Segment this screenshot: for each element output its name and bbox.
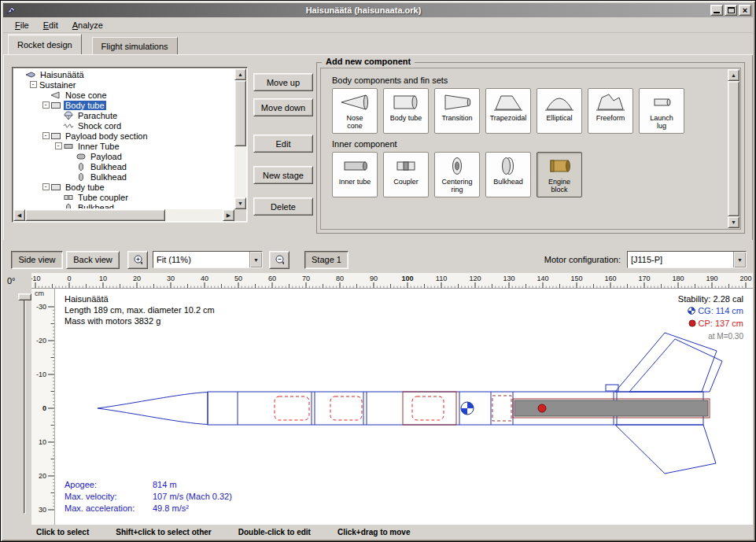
tree-item-shock-cord[interactable]: Shock cord bbox=[14, 120, 234, 131]
menu-item-file[interactable]: File bbox=[8, 19, 36, 31]
collapse-icon[interactable]: - bbox=[42, 132, 50, 139]
minimize-button[interactable] bbox=[710, 5, 723, 16]
component-button-label: Centering ring bbox=[440, 177, 474, 194]
collapse-icon[interactable]: - bbox=[30, 81, 37, 88]
rocket-name: Haisunäätä bbox=[65, 293, 215, 304]
add-coupler-button[interactable]: Coupler bbox=[383, 152, 429, 197]
tree-item-parachute[interactable]: Parachute bbox=[14, 110, 234, 120]
tree-item-label: Parachute bbox=[76, 111, 119, 120]
motor-configuration-combobox[interactable]: [J115-P] ▼ bbox=[627, 251, 747, 268]
tree-item-inner-tube[interactable]: -Inner Tube bbox=[14, 141, 234, 151]
tree-item-label: Body tube bbox=[64, 183, 106, 192]
bulkhead-icon bbox=[492, 155, 524, 177]
edit-button[interactable]: Edit bbox=[253, 135, 313, 153]
move-up-button[interactable]: Move up bbox=[253, 73, 313, 91]
chevron-down-icon[interactable]: ▼ bbox=[249, 252, 262, 267]
nose-cone-shape[interactable] bbox=[98, 393, 208, 425]
add-elliptical-button[interactable]: Elliptical bbox=[537, 88, 582, 134]
tree-item-label: Payload bbox=[89, 152, 124, 161]
menu-bar: FileEditAnalyze bbox=[3, 17, 753, 33]
add-bulkhead-button[interactable]: Bulkhead bbox=[485, 152, 531, 197]
cp-symbol[interactable] bbox=[538, 404, 546, 412]
add-component-scrollpane: Body components and fin setsNose coneBod… bbox=[320, 68, 741, 230]
svg-text:120: 120 bbox=[469, 275, 481, 282]
add-transition-button[interactable]: Transition bbox=[434, 88, 480, 134]
move-down-button[interactable]: Move down bbox=[253, 98, 313, 116]
rotation-slider-track[interactable] bbox=[24, 295, 26, 514]
add-inner-tube-button[interactable]: Inner tube bbox=[332, 152, 378, 197]
add-freeform-button[interactable]: Freeform bbox=[588, 88, 633, 134]
scroll-down-icon[interactable]: ▼ bbox=[728, 216, 739, 228]
window-icon[interactable] bbox=[6, 5, 17, 16]
menu-item-edit[interactable]: Edit bbox=[36, 19, 65, 31]
parachute-outline[interactable] bbox=[275, 396, 309, 420]
add-engine-block-button[interactable]: Engine block bbox=[537, 152, 582, 197]
add-centering-ring-button[interactable]: Centering ring bbox=[434, 152, 480, 197]
parachute-icon bbox=[63, 111, 75, 120]
scroll-left-icon[interactable]: ◀ bbox=[13, 209, 25, 221]
cg-symbol[interactable] bbox=[461, 402, 474, 415]
new-stage-button[interactable]: New stage bbox=[253, 166, 313, 184]
svg-text:190: 190 bbox=[706, 275, 717, 282]
payload-outline[interactable] bbox=[412, 396, 444, 420]
coupler-icon bbox=[390, 155, 422, 177]
zoom-level-combobox[interactable]: Fit (11%) ▼ bbox=[153, 251, 263, 268]
title-bar[interactable]: Haisunäätä (haisunaata.ork) × bbox=[3, 3, 753, 17]
close-button[interactable]: × bbox=[739, 5, 751, 16]
maximize-button[interactable] bbox=[725, 5, 737, 16]
collapse-icon[interactable]: - bbox=[42, 101, 50, 109]
tree-item-bulkhead[interactable]: Bulkhead bbox=[14, 202, 234, 208]
tree-vertical-scrollbar[interactable]: ▲ ▼ bbox=[234, 68, 246, 209]
horizontal-splitter[interactable] bbox=[3, 240, 753, 246]
add-panel-vertical-scrollbar[interactable]: ▲ ▼ bbox=[728, 69, 739, 228]
tree-item-bulkhead[interactable]: Bulkhead bbox=[14, 171, 234, 182]
svg-text:-30: -30 bbox=[36, 303, 46, 311]
scrollbar-thumb[interactable] bbox=[234, 80, 246, 146]
menu-item-analyze[interactable]: Analyze bbox=[65, 19, 110, 31]
delete-button[interactable]: Delete bbox=[253, 197, 313, 216]
component-button-label: Inner tube bbox=[338, 177, 372, 186]
tab-flight-simulations[interactable]: Flight simulations bbox=[92, 37, 178, 54]
tree-item-label: Body tube bbox=[64, 101, 106, 110]
scroll-up-icon[interactable]: ▲ bbox=[234, 68, 246, 80]
tree-item-body-tube[interactable]: -Body tube bbox=[14, 100, 234, 110]
tube-coupler-outline[interactable] bbox=[492, 396, 511, 421]
collapse-icon[interactable]: - bbox=[42, 183, 50, 190]
add-body-tube-button[interactable]: Body tube bbox=[383, 88, 429, 134]
zoom-out-button[interactable] bbox=[269, 251, 289, 269]
svg-text:90: 90 bbox=[370, 275, 378, 282]
fin-bottom[interactable] bbox=[615, 425, 716, 474]
tree-item-label: Sustainer bbox=[38, 80, 77, 90]
scroll-up-icon[interactable]: ▲ bbox=[728, 69, 739, 81]
back-view-button[interactable]: Back view bbox=[66, 251, 120, 269]
tree-item-nose-cone[interactable]: Nose cone bbox=[14, 90, 234, 100]
shock-cord-outline[interactable] bbox=[330, 396, 362, 420]
chevron-down-icon[interactable]: ▼ bbox=[733, 252, 746, 267]
tree-item-sustainer[interactable]: -Sustainer bbox=[14, 79, 234, 90]
tree-item-haisunäätä[interactable]: Haisunäätä bbox=[14, 69, 234, 79]
zoom-in-button[interactable] bbox=[127, 251, 148, 269]
tree-item-payload-body-section[interactable]: -Payload body section bbox=[14, 131, 234, 141]
tab-rocket-design[interactable]: Rocket design bbox=[8, 34, 82, 54]
tree-horizontal-scrollbar[interactable]: ◀ ▶ bbox=[13, 209, 234, 221]
side-view-button[interactable]: Side view bbox=[11, 251, 63, 269]
tree-item-tube-coupler[interactable]: Tube coupler bbox=[14, 192, 234, 202]
fin-top-near[interactable] bbox=[629, 339, 722, 392]
application-window: Haisunäätä (haisunaata.ork) × FileEditAn… bbox=[0, 0, 756, 542]
rotation-slider-handle[interactable] bbox=[18, 293, 31, 300]
tree-item-bulkhead[interactable]: Bulkhead bbox=[14, 161, 234, 171]
tree-item-payload[interactable]: Payload bbox=[14, 151, 234, 161]
scrollbar-thumb[interactable] bbox=[728, 81, 739, 216]
stage-1-toggle[interactable]: Stage 1 bbox=[304, 251, 348, 269]
transition-icon bbox=[441, 91, 473, 113]
add-trapezoidal-button[interactable]: Trapezoidal bbox=[485, 88, 531, 134]
add-launch-lug-button[interactable]: Launch lug bbox=[639, 88, 684, 134]
scroll-right-icon[interactable]: ▶ bbox=[223, 209, 234, 221]
status-hint: Shift+click to select other bbox=[116, 528, 211, 536]
scroll-down-icon[interactable]: ▼ bbox=[234, 197, 246, 209]
add-nose-cone-button[interactable]: Nose cone bbox=[332, 88, 378, 134]
collapse-icon[interactable]: - bbox=[55, 142, 62, 149]
scrollbar-thumb[interactable] bbox=[25, 209, 165, 221]
tree-item-label: Inner Tube bbox=[76, 142, 121, 151]
tree-item-body-tube[interactable]: -Body tube bbox=[14, 182, 234, 192]
